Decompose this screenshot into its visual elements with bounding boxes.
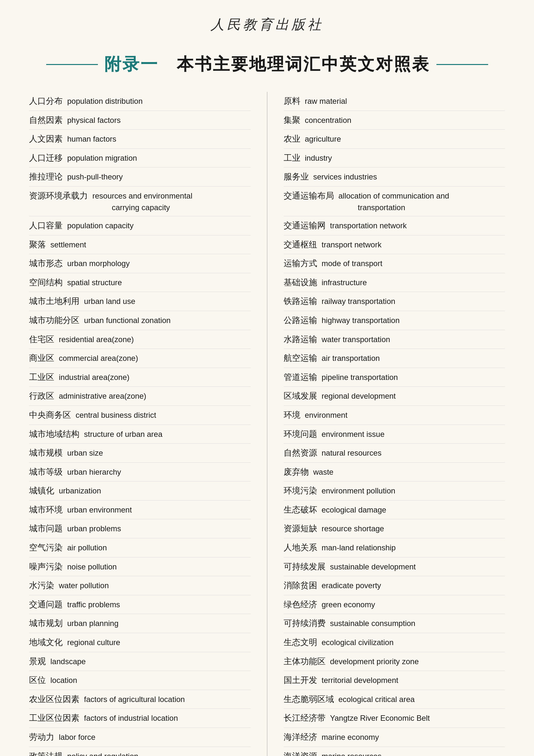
chinese-term: 长江经济带 [284,711,326,725]
english-term: sustainable consumption [330,618,416,629]
list-item: 人口分布population distribution [29,92,251,111]
list-item: 原料raw material [284,92,505,111]
chinese-term: 区域发展 [284,389,317,403]
english-term: traffic problems [67,599,120,610]
chinese-term: 环境问题 [284,427,317,441]
english-term: territorial development [322,675,398,686]
english-term: population migration [67,152,137,164]
english-term: landscape [50,656,86,667]
chinese-term: 航空运输 [284,351,317,365]
english-term: allocation of communication andtransport… [339,190,449,213]
chinese-term: 城市功能分区 [29,314,80,327]
english-term: water pollution [59,580,109,591]
list-item: 城市功能分区urban functional zonation [29,311,251,330]
list-item: 工业区位因素factors of industrial location [29,709,251,728]
chinese-term: 可持续消费 [284,617,326,630]
english-term: residential area(zone) [59,334,134,345]
list-item: 人地关系man-land relationship [284,538,505,557]
list-item: 工业区industrial area(zone) [29,368,251,387]
list-item: 城市地域结构structure of urban area [29,425,251,444]
english-term: urban problems [67,523,121,534]
chinese-term: 废弃物 [284,465,309,479]
english-term: urban functional zonation [84,315,170,326]
chinese-term: 地域文化 [29,636,63,649]
chinese-term: 政策法规 [29,749,63,756]
chinese-term: 景观 [29,655,46,668]
list-item: 绿色经济green economy [284,595,505,614]
english-term: waste [313,466,334,478]
english-term: structure of urban area [84,428,163,440]
list-item: 水污染water pollution [29,576,251,595]
english-term: water transportation [322,334,390,345]
chinese-term: 自然资源 [284,446,317,460]
chinese-term: 环境 [284,408,300,422]
list-item: 海洋经济marine economy [284,728,505,747]
title-line-right [436,64,488,65]
chinese-term: 水污染 [29,579,54,592]
english-term: factors of industrial location [84,712,178,724]
list-item: 水路运输water transportation [284,330,505,349]
chinese-term: 行政区 [29,389,54,403]
list-item: 农业区位因素factors of agricultural location [29,690,251,709]
chinese-term: 消除贫困 [284,579,317,592]
list-item: 生态文明ecological civilization [284,633,505,652]
chinese-term: 城市形态 [29,257,63,270]
chinese-term: 服务业 [284,170,309,184]
list-item: 人文因素human factors [29,130,251,149]
list-item: 基础设施infrastructure [284,273,505,292]
chinese-term: 区位 [29,674,46,687]
list-item: 城市土地利用urban land use [29,292,251,311]
list-item: 长江经济带Yangtze River Economic Belt [284,709,505,728]
english-term: Yangtze River Economic Belt [330,712,430,724]
english-term: population distribution [67,95,143,107]
list-item: 劳动力labor force [29,728,251,747]
chinese-term: 海洋经济 [284,730,317,744]
list-item: 公路运输highway transportation [284,311,505,330]
chinese-term: 噪声污染 [29,560,63,574]
chinese-term: 铁路运输 [284,295,317,308]
english-term: development priority zone [330,656,419,667]
english-term: services industries [313,171,377,183]
list-item: 城市环境urban environment [29,500,251,520]
chinese-term: 自然因素 [29,114,63,127]
english-term: physical factors [67,115,120,126]
chinese-term: 空间结构 [29,276,63,289]
list-item: 噪声污染noise pollution [29,557,251,577]
list-item: 区域发展regional development [284,387,505,406]
english-term: mode of transport [322,258,383,269]
title-main: 本书主要地理词汇中英文对照表 [177,55,430,73]
english-term: spatial structure [67,277,122,288]
chinese-term: 城市环境 [29,503,63,517]
list-item: 空气污染air pollution [29,538,251,557]
chinese-term: 农业区位因素 [29,693,80,706]
list-item: 城市规模urban size [29,444,251,463]
list-item: 资源短缺resource shortage [284,519,505,538]
right-column: 原料raw material集聚concentration农业agricultu… [267,92,515,756]
chinese-term: 人口分布 [29,94,63,108]
chinese-term: 空气污染 [29,541,63,554]
chinese-term: 资源环境承载力 [29,189,88,203]
english-term: raw material [305,95,347,107]
english-term: settlement [50,239,86,251]
list-item: 地域文化regional culture [29,633,251,652]
page: 人民教育出版社 附录一 本书主要地理词汇中英文对照表 人口分布populatio… [0,0,534,756]
list-item: 可持续发展sustainable development [284,557,505,577]
english-term: transport network [322,239,382,251]
english-term: push-pull-theory [67,171,123,183]
english-term: noise pollution [67,561,116,573]
chinese-term: 交通枢纽 [284,238,317,252]
chinese-term: 城镇化 [29,484,54,498]
english-term: agriculture [305,133,341,145]
list-item: 城市等级urban hierarchy [29,463,251,482]
list-item: 管道运输pipeline transportation [284,368,505,387]
english-term: urban morphology [67,258,130,269]
list-item: 环境environment [284,406,505,425]
list-item: 集聚concentration [284,111,505,130]
list-item: 中央商务区central business district [29,406,251,425]
list-item: 自然资源natural resources [284,444,505,463]
chinese-term: 运输方式 [284,257,317,270]
english-term: urban planning [67,618,118,629]
english-term: regional development [322,390,396,402]
english-term: labor force [59,731,95,743]
english-term: railway transportation [322,296,395,307]
